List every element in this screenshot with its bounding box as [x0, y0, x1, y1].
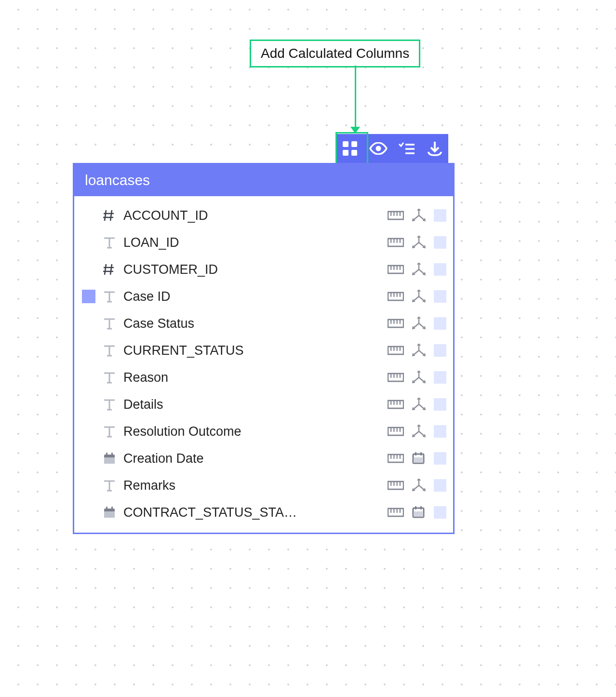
dimension-action-button[interactable]: [411, 478, 427, 493]
field-selection-marker[interactable]: [82, 479, 95, 492]
measure-action-button[interactable]: [388, 397, 404, 412]
field-name-label: CONTRACT_STATUS_STA…: [123, 505, 381, 520]
field-row[interactable]: Details: [74, 391, 453, 418]
text-type-icon: [102, 397, 117, 412]
checklist-icon: [398, 142, 415, 155]
field-actions: [388, 235, 446, 250]
date-action-button[interactable]: [411, 505, 427, 520]
field-row[interactable]: Resolution Outcome: [74, 418, 453, 445]
field-name-label: Case Status: [123, 316, 381, 331]
field-checkbox[interactable]: [434, 290, 446, 303]
field-row[interactable]: Case Status: [74, 310, 453, 337]
svg-rect-1: [351, 141, 357, 147]
field-checkbox[interactable]: [434, 371, 446, 384]
field-name-label: Case ID: [123, 289, 381, 304]
svg-rect-2: [343, 150, 348, 156]
field-selection-marker[interactable]: [82, 236, 95, 249]
field-row[interactable]: LOAN_ID: [74, 229, 453, 256]
measure-action-button[interactable]: [388, 424, 404, 439]
number-type-icon: [102, 208, 117, 223]
svg-point-4: [375, 146, 381, 151]
text-type-icon: [102, 289, 117, 304]
field-actions: [388, 424, 446, 439]
measure-action-button[interactable]: [388, 316, 404, 331]
measure-action-button[interactable]: [388, 370, 404, 385]
field-selection-marker[interactable]: [82, 398, 95, 411]
number-type-icon: [102, 262, 117, 277]
field-name-label: Creation Date: [123, 451, 381, 466]
svg-rect-3: [351, 150, 357, 156]
text-type-icon: [102, 343, 117, 358]
field-row[interactable]: Case ID: [74, 283, 453, 310]
field-row[interactable]: CURRENT_STATUS: [74, 337, 453, 364]
field-checkbox[interactable]: [434, 236, 446, 249]
field-selection-marker[interactable]: [82, 317, 95, 330]
field-name-label: CURRENT_STATUS: [123, 343, 381, 358]
measure-action-button[interactable]: [388, 235, 404, 250]
field-row[interactable]: Creation Date: [74, 445, 453, 472]
field-checkbox[interactable]: [434, 506, 446, 519]
field-selection-marker[interactable]: [82, 209, 95, 222]
field-selection-marker[interactable]: [82, 344, 95, 357]
field-actions: [388, 451, 446, 466]
field-row[interactable]: ACCOUNT_ID: [74, 202, 453, 229]
field-actions: [388, 289, 446, 304]
date-type-icon: [102, 505, 117, 520]
field-checkbox[interactable]: [434, 209, 446, 222]
measure-action-button[interactable]: [388, 208, 404, 223]
text-type-icon: [102, 424, 117, 439]
text-type-icon: [102, 316, 117, 331]
dimension-action-button[interactable]: [411, 262, 427, 277]
field-checkbox[interactable]: [434, 479, 446, 492]
field-actions: [388, 505, 446, 520]
field-actions: [388, 478, 446, 493]
measure-action-button[interactable]: [388, 262, 404, 277]
dimension-action-button[interactable]: [411, 208, 427, 223]
field-selection-marker[interactable]: [82, 290, 95, 303]
field-checkbox[interactable]: [434, 398, 446, 411]
callout-line: [355, 66, 356, 130]
callout-add-calculated-columns: Add Calculated Columns: [250, 40, 420, 67]
field-selection-marker[interactable]: [82, 452, 95, 465]
field-checkbox[interactable]: [434, 452, 446, 465]
dimension-action-button[interactable]: [411, 289, 427, 304]
field-checkbox[interactable]: [434, 425, 446, 438]
measure-action-button[interactable]: [388, 478, 404, 493]
measure-action-button[interactable]: [388, 505, 404, 520]
field-row[interactable]: CONTRACT_STATUS_STA…: [74, 499, 453, 526]
field-name-label: LOAN_ID: [123, 235, 381, 250]
measure-action-button[interactable]: [388, 451, 404, 466]
preview-button[interactable]: [368, 137, 389, 160]
dimension-action-button[interactable]: [411, 235, 427, 250]
field-list: ACCOUNT_IDLOAN_IDCUSTOMER_IDCase IDCase …: [74, 196, 453, 533]
dimension-action-button[interactable]: [411, 397, 427, 412]
field-row[interactable]: Reason: [74, 364, 453, 391]
field-actions: [388, 208, 446, 223]
dimension-action-button[interactable]: [411, 343, 427, 358]
field-name-label: Remarks: [123, 478, 381, 493]
field-row[interactable]: Remarks: [74, 472, 453, 499]
field-checkbox[interactable]: [434, 317, 446, 330]
field-actions: [388, 343, 446, 358]
field-selection-marker[interactable]: [82, 263, 95, 276]
field-selection-marker[interactable]: [82, 371, 95, 384]
add-calculated-columns-button[interactable]: [339, 137, 361, 160]
field-selection-marker[interactable]: [82, 425, 95, 438]
select-list-button[interactable]: [396, 137, 417, 160]
dimension-action-button[interactable]: [411, 316, 427, 331]
field-checkbox[interactable]: [434, 263, 446, 276]
measure-action-button[interactable]: [388, 343, 404, 358]
callout-arrow-down-icon: [350, 127, 360, 134]
measure-action-button[interactable]: [388, 289, 404, 304]
field-row[interactable]: CUSTOMER_ID: [74, 256, 453, 283]
field-selection-marker[interactable]: [82, 506, 95, 519]
text-type-icon: [102, 478, 117, 493]
field-name-label: ACCOUNT_ID: [123, 208, 381, 223]
date-action-button[interactable]: [411, 451, 427, 466]
download-button[interactable]: [424, 137, 446, 160]
dimension-action-button[interactable]: [411, 424, 427, 439]
dataset-panel: loancases ACCOUNT_IDLOAN_IDCUSTOMER_IDCa…: [73, 163, 455, 534]
dimension-action-button[interactable]: [411, 370, 427, 385]
panel-toolbar: [336, 134, 448, 163]
field-checkbox[interactable]: [434, 344, 446, 357]
